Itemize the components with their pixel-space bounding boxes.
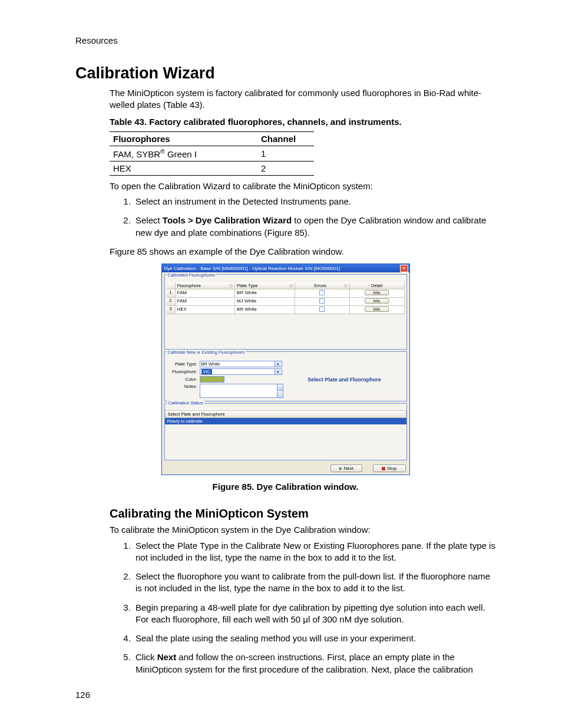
- checkbox-icon[interactable]: [319, 290, 325, 295]
- group-title: Calibrated Fluorophores: [167, 272, 216, 278]
- cell-errors: [295, 298, 350, 305]
- calibration-status-group: Calibration Status Select Plate and Fluo…: [164, 403, 407, 460]
- info-button[interactable]: Info: [365, 298, 389, 304]
- info-button[interactable]: Info: [365, 290, 389, 295]
- cell-text: 2: [257, 161, 314, 175]
- text: and follow the on-screen instructions. F…: [135, 652, 473, 674]
- text: Click: [135, 652, 157, 662]
- sort-icon[interactable]: ◇: [344, 283, 348, 288]
- fluorophore-label: Fluorophore:: [167, 369, 200, 374]
- list-item: Select the Plate Type in the Calibrate N…: [133, 540, 495, 564]
- header-text: Plate Type: [237, 283, 257, 288]
- cell-fluorophore: HEX: [176, 306, 236, 314]
- page-title: Calibration Wizard: [75, 64, 495, 83]
- notes-textarea[interactable]: [200, 384, 283, 398]
- row-number: 3: [167, 306, 176, 314]
- titlebar: Dye Calibration - Base S/N [MM000001] - …: [162, 264, 409, 272]
- stop-icon: [382, 467, 385, 470]
- stop-button[interactable]: Stop: [373, 465, 405, 472]
- cell-text: FAM, SYBR: [113, 149, 160, 159]
- open-intro: To open the Calibration Wizard to calibr…: [110, 180, 495, 192]
- header-text: Fluorophore: [177, 283, 201, 288]
- plate-type-label: Plate Type:: [167, 361, 200, 367]
- calibrated-fluorophores-group: Calibrated Fluorophores Fluorophore ◇ Pl…: [164, 274, 407, 350]
- row-number-header: [167, 282, 176, 289]
- calibrate-new-group: Calibrate New or Existing Fluorophores P…: [164, 351, 407, 401]
- cell-plate-type: BR White: [235, 289, 295, 297]
- list-item: Begin preparing a 48-well plate for dye …: [133, 602, 495, 626]
- dye-calibration-window: Dye Calibration - Base S/N [MM000001] - …: [161, 263, 410, 475]
- cell-fluorophore: FAM: [176, 289, 236, 297]
- registered-mark: ®: [160, 148, 165, 155]
- list-item: Select Tools > Dye Calibration Wizard to…: [133, 215, 495, 239]
- cell-plate-type: BR White: [235, 306, 295, 314]
- status-header: Select Plate and Fluorophore: [165, 410, 406, 418]
- cell-errors: [295, 306, 350, 314]
- info-button[interactable]: Info: [365, 307, 389, 312]
- figure-caption: Figure 85. Dye Calibration window.: [75, 481, 495, 493]
- bold-text: Next: [157, 652, 177, 662]
- table-caption: Table 43. Factory calibrated fluorophore…: [110, 116, 495, 128]
- grid-row[interactable]: 3 HEX BR White Info: [167, 306, 405, 314]
- color-label: Color:: [167, 377, 200, 382]
- menu-path: Tools > Dye Calibration Wizard: [163, 215, 292, 225]
- grid-row[interactable]: 1 FAM BR White Info: [167, 289, 405, 298]
- sort-icon[interactable]: ◇: [229, 283, 233, 288]
- list-item: Select the fluorophore you want to calib…: [133, 571, 495, 595]
- status-empty-space: [165, 424, 406, 460]
- col-header-plate-type[interactable]: Plate Type ◇: [235, 282, 295, 289]
- cal-intro: To calibrate the MiniOpticon system in t…: [110, 524, 495, 536]
- hint-text: Select Plate and Fluorophore: [308, 377, 381, 383]
- cell-detail: Info: [350, 298, 405, 305]
- col-header-errors[interactable]: Errors ◇: [295, 282, 350, 289]
- dropdown-value: BR White: [201, 361, 220, 367]
- cell-text: HEX: [113, 163, 131, 173]
- group-title: Calibrate New or Existing Fluorophores: [167, 350, 246, 355]
- text: Select: [135, 215, 163, 225]
- group-title: Calibration Status: [167, 400, 204, 406]
- table-row: FAM, SYBR® Green I 1: [110, 146, 314, 161]
- fluorophore-dropdown[interactable]: VIC: [200, 368, 282, 375]
- list-item: Seal the plate using the sealing method …: [133, 633, 495, 644]
- sort-icon[interactable]: ◇: [289, 283, 293, 288]
- table-header-fluorophores: Fluorophores: [110, 131, 257, 146]
- page-number: 126: [75, 690, 90, 700]
- checkbox-icon[interactable]: [319, 307, 325, 312]
- section-heading: Calibrating the MiniOpticon System: [110, 507, 495, 521]
- table-header-channel: Channel: [257, 131, 314, 146]
- header-text: Errors: [314, 283, 326, 288]
- grid-empty-space: [167, 314, 405, 347]
- status-row: Ready to calibrate: [165, 418, 406, 424]
- row-number: 2: [167, 298, 176, 305]
- figure-intro: Figure 85 shows an example of the Dye Ca…: [110, 246, 495, 258]
- next-button[interactable]: Next: [330, 465, 362, 472]
- button-row: Next Stop: [162, 462, 409, 475]
- cell-fluorophore: FAM: [176, 298, 236, 305]
- play-icon: [339, 467, 342, 470]
- list-item: Click Next and follow the on-screen inst…: [133, 651, 495, 676]
- col-header-detail: Detail: [350, 282, 405, 289]
- grid-header-row: Fluorophore ◇ Plate Type ◇ Errors ◇ Deta…: [167, 282, 405, 289]
- close-icon[interactable]: ×: [400, 265, 408, 272]
- grid-row[interactable]: 2 FAM MJ White Info: [167, 298, 405, 306]
- cell-text: Green I: [165, 149, 197, 159]
- intro-paragraph: The MiniOpticon system is factory calibr…: [110, 87, 495, 111]
- cell-text: 1: [257, 146, 314, 161]
- plate-type-dropdown[interactable]: BR White: [200, 361, 282, 367]
- table-row: HEX 2: [110, 161, 314, 175]
- row-number: 1: [167, 289, 176, 297]
- cell-plate-type: MJ White: [235, 298, 295, 305]
- button-label: Stop: [387, 466, 396, 471]
- fluorophore-table: Fluorophores Channel FAM, SYBR® Green I …: [110, 131, 314, 176]
- color-swatch[interactable]: [200, 376, 224, 383]
- cell-detail: Info: [350, 289, 405, 297]
- checkbox-icon[interactable]: [319, 298, 325, 304]
- list-item: Select an instrument in the Detected Ins…: [133, 196, 495, 207]
- button-label: Next: [344, 466, 353, 471]
- col-header-fluorophore[interactable]: Fluorophore ◇: [176, 282, 236, 289]
- dropdown-value: VIC: [201, 369, 213, 374]
- notes-label: Notes:: [167, 384, 200, 389]
- cell-errors: [295, 289, 350, 297]
- header-text: Detail: [371, 283, 382, 288]
- cell-detail: Info: [350, 306, 405, 314]
